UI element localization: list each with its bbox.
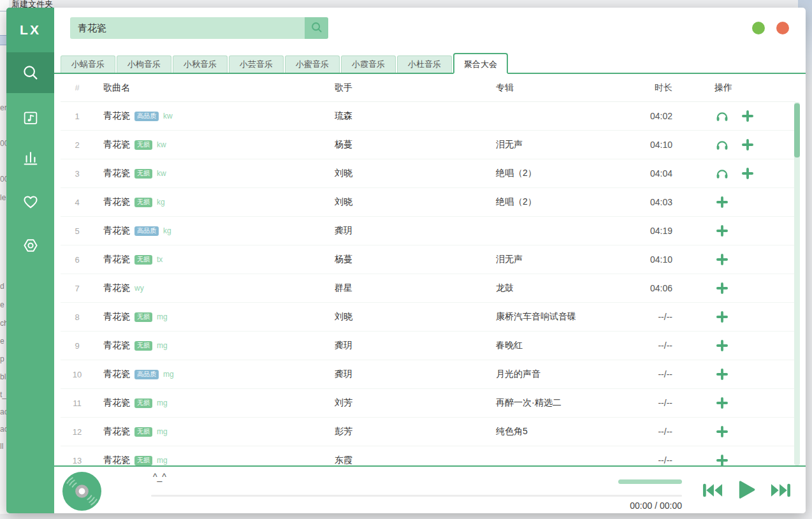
song-name-cell: 青花瓷 高品质 kg: [94, 225, 328, 237]
row-index: 5: [61, 226, 94, 236]
row-index: 9: [61, 341, 94, 351]
progress-bar[interactable]: [151, 495, 682, 497]
album-cell: 绝唱（2）: [489, 168, 615, 179]
table-header: # 歌曲名 歌手 专辑 时长 操作: [61, 74, 795, 102]
table-row[interactable]: 11 青花瓷 无损 mg 刘芳 再醉一次·精选二 --/--: [61, 389, 795, 418]
song-name-cell: 青花瓷 高品质 kw: [94, 110, 328, 122]
add-icon[interactable]: [714, 253, 730, 266]
quality-badge: 无损: [134, 255, 152, 265]
background-text-fragment: e: [0, 300, 4, 309]
volume-slider[interactable]: [618, 479, 682, 484]
row-index: 3: [61, 169, 94, 179]
song-title: 青花瓷: [103, 110, 130, 122]
table-row[interactable]: 12 青花瓷 无损 mg 彭芳 纯色角5 --/--: [61, 418, 795, 446]
tab-小枸音乐[interactable]: 小枸音乐: [117, 55, 171, 73]
header-song-name: 歌曲名: [94, 82, 328, 94]
singer-cell: 彭芳: [328, 426, 489, 437]
skip-back-button[interactable]: [701, 481, 725, 502]
song-title: 青花瓷: [103, 369, 130, 380]
album-cell: 泪无声: [489, 139, 615, 150]
table-row[interactable]: 3 青花瓷 无损 kw 刘晓 绝唱（2） 04:04: [61, 159, 795, 188]
action-cell: [672, 397, 795, 409]
add-icon[interactable]: [714, 282, 730, 295]
quality-badge: 无损: [134, 427, 152, 437]
singer-cell: 刘晓: [328, 168, 489, 179]
sidebar-item-leaderboard[interactable]: [6, 137, 54, 178]
table-row[interactable]: 6 青花瓷 无损 tx 杨蔓 泪无声 04:10: [61, 245, 795, 274]
sidebar-item-settings[interactable]: [6, 225, 54, 266]
song-title: 青花瓷: [103, 282, 130, 294]
song-title: 青花瓷: [103, 139, 130, 150]
tab-小霞音乐[interactable]: 小霞音乐: [341, 55, 396, 73]
table-row[interactable]: 1 青花瓷 高品质 kw 琉森 04:02: [61, 102, 795, 131]
tab-小秋音乐[interactable]: 小秋音乐: [173, 55, 228, 73]
sidebar-item-search[interactable]: [6, 52, 54, 93]
source-tabs: 小蜗音乐小枸音乐小秋音乐小芸音乐小蜜音乐小霞音乐小杜音乐聚合大会: [54, 53, 806, 74]
background-text-fragment: p: [0, 355, 4, 363]
app-logo: LX: [6, 8, 54, 52]
duration-cell: 04:04: [615, 168, 672, 179]
song-name-cell: 青花瓷 无损 mg: [94, 426, 328, 437]
play-button[interactable]: [735, 479, 758, 503]
duration-cell: --/--: [615, 455, 672, 465]
tab-小杜音乐[interactable]: 小杜音乐: [397, 55, 452, 73]
add-icon[interactable]: [714, 224, 730, 237]
table-row[interactable]: 5 青花瓷 高品质 kg 龚玥 04:19: [61, 217, 795, 245]
tab-小芸音乐[interactable]: 小芸音乐: [229, 55, 284, 73]
add-icon[interactable]: [740, 167, 755, 180]
tab-聚合大会[interactable]: 聚合大会: [453, 53, 508, 74]
add-icon[interactable]: [714, 425, 730, 438]
action-cell: [672, 368, 795, 381]
app-window: LX: [6, 8, 806, 513]
add-icon[interactable]: [714, 454, 730, 465]
table-row[interactable]: 8 青花瓷 无损 mg 刘晓 康桥汽车音响试音碟 --/--: [61, 303, 795, 332]
skip-forward-button[interactable]: [768, 481, 792, 502]
singer-cell: 刘芳: [328, 397, 489, 409]
table-row[interactable]: 10 青花瓷 高品质 mg 龚玥 月光的声音 --/--: [61, 360, 795, 389]
tab-小蜗音乐[interactable]: 小蜗音乐: [61, 55, 115, 73]
duration-cell: 04:19: [615, 226, 672, 236]
sidebar-item-my-music[interactable]: [6, 98, 54, 138]
scrollbar-thumb[interactable]: [794, 103, 800, 157]
background-text-fragment: t_: [0, 390, 6, 399]
singer-cell: 刘晓: [328, 311, 489, 323]
background-text-fragment: e: [0, 337, 4, 346]
singer-cell: 琉森: [328, 110, 489, 122]
album-cell: 绝唱（2）: [489, 196, 615, 208]
song-title: 青花瓷: [103, 196, 130, 208]
add-icon[interactable]: [714, 339, 730, 352]
heart-icon: [22, 193, 40, 211]
close-button[interactable]: [776, 22, 789, 34]
album-cell: 春晚红: [489, 340, 615, 351]
add-icon[interactable]: [714, 368, 730, 381]
row-index: 10: [61, 370, 94, 379]
table-row[interactable]: 4 青花瓷 无损 kg 刘晓 绝唱（2） 04:03: [61, 188, 795, 217]
source-tag: mg: [157, 398, 168, 407]
tab-小蜜音乐[interactable]: 小蜜音乐: [285, 55, 340, 73]
add-icon[interactable]: [714, 196, 730, 208]
add-icon[interactable]: [740, 110, 755, 122]
add-icon[interactable]: [714, 397, 730, 409]
scrollbar-track[interactable]: [794, 102, 800, 465]
minimize-button[interactable]: [752, 22, 765, 34]
duration-cell: 04:06: [615, 283, 672, 293]
table-row[interactable]: 13 青花瓷 无损 mg 东霞 --/--: [61, 446, 795, 465]
source-tag: kg: [157, 198, 165, 207]
search-input[interactable]: [70, 17, 305, 39]
add-icon[interactable]: [714, 311, 730, 323]
table-row[interactable]: 9 青花瓷 无损 mg 龚玥 春晚红 --/--: [61, 332, 795, 360]
background-text-fragment: le: [0, 193, 6, 202]
row-index: 8: [61, 312, 94, 322]
player-bar: ^_^ 00:00 / 00:00: [54, 465, 806, 513]
listen-icon[interactable]: [714, 167, 730, 180]
listen-icon[interactable]: [714, 138, 730, 151]
add-icon[interactable]: [740, 138, 755, 151]
search-button[interactable]: [305, 17, 328, 39]
album-disc-icon[interactable]: [62, 471, 102, 511]
table-row[interactable]: 7 青花瓷 wy 群星 龙鼓 04:06: [61, 274, 795, 303]
table-row[interactable]: 2 青花瓷 无损 kw 杨蔓 泪无声 04:10: [61, 131, 795, 159]
sidebar-item-favorites[interactable]: [6, 182, 54, 223]
source-tag: wy: [134, 284, 144, 293]
listen-icon[interactable]: [714, 110, 730, 122]
duration-cell: --/--: [615, 340, 672, 351]
